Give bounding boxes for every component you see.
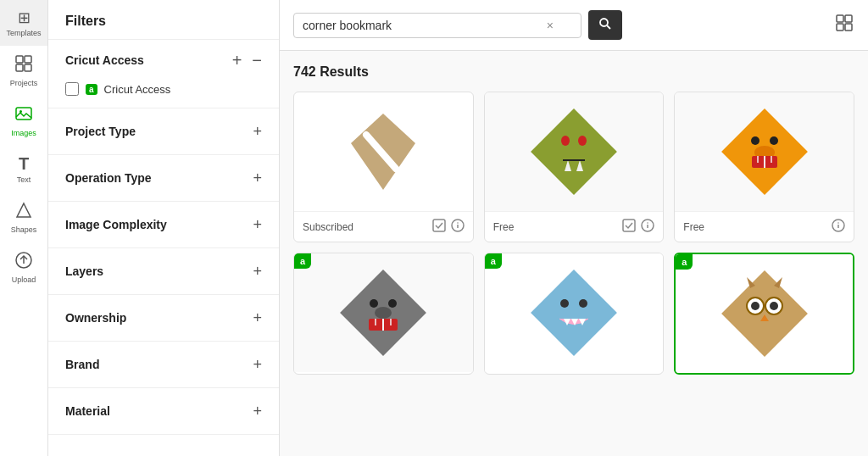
svg-rect-13	[845, 15, 852, 22]
svg-point-25	[578, 136, 587, 146]
cricut-access-plus-button[interactable]: +	[232, 52, 242, 69]
checkmark-icon[interactable]	[622, 219, 636, 235]
filter-section-image-complexity: Image Complexity +	[48, 202, 279, 248]
cricut-access-checkbox[interactable]	[65, 82, 79, 96]
svg-point-54	[579, 299, 587, 308]
filter-label: Material	[65, 404, 110, 418]
cricut-access-controls: + −	[232, 52, 262, 69]
filter-section-brand-header[interactable]: Brand +	[48, 342, 279, 387]
templates-icon: ⊞	[18, 8, 31, 27]
svg-point-34	[751, 136, 760, 145]
svg-point-46	[388, 299, 397, 308]
cricut-access-text: Cricut Access	[104, 83, 171, 96]
cricut-access-item: a Cricut Access	[48, 75, 279, 108]
card-footer-icons-1	[432, 219, 465, 235]
filter-section-image-complexity-header[interactable]: Image Complexity +	[48, 202, 279, 247]
cricut-access-minus-button[interactable]: −	[252, 52, 262, 69]
svg-point-22	[457, 222, 459, 224]
search-bar: ×	[280, 0, 868, 51]
filter-plus-icon: +	[253, 264, 262, 279]
filter-section-layers-header[interactable]: Layers +	[48, 248, 279, 294]
svg-point-35	[770, 136, 778, 145]
filter-label: Ownership	[65, 311, 126, 325]
results-area: 742 Results	[280, 51, 868, 456]
sidebar-item-images[interactable]: Images	[0, 96, 47, 146]
image-card-3[interactable]: Free	[674, 92, 854, 242]
card-footer-1: Subscribed	[294, 211, 473, 242]
filter-section-project-type-header[interactable]: Project Type +	[48, 108, 279, 154]
image-card-5[interactable]: a	[484, 253, 665, 375]
filters-title: Filters	[48, 0, 279, 40]
sidebar-item-label: Projects	[10, 79, 38, 87]
sidebar-item-upload[interactable]: Upload	[0, 242, 47, 292]
svg-point-62	[770, 302, 778, 310]
images-icon	[14, 104, 33, 127]
clear-icon[interactable]: ×	[547, 19, 554, 32]
svg-point-10	[600, 19, 608, 26]
cricut-badge: a	[86, 84, 97, 95]
shapes-icon	[14, 201, 33, 224]
filter-section-brand: Brand +	[48, 342, 279, 388]
filter-label: Image Complexity	[65, 218, 167, 231]
image-card-6[interactable]: a	[674, 253, 854, 375]
grid-toggle-button[interactable]	[834, 13, 854, 37]
projects-icon	[14, 54, 33, 77]
upload-icon	[14, 251, 33, 274]
sidebar-item-shapes[interactable]: Shapes	[0, 192, 47, 242]
svg-rect-29	[623, 220, 635, 231]
image-grid: Subscribed	[293, 92, 854, 375]
card-footer-2: Free	[485, 211, 664, 242]
svg-marker-6	[17, 203, 31, 217]
search-button[interactable]	[588, 10, 622, 40]
cricut-access-header: Cricut Access + −	[48, 40, 279, 75]
card-image-6: a	[676, 254, 853, 373]
svg-rect-58	[721, 270, 808, 357]
access-badge-6: a	[676, 254, 693, 270]
image-card-1[interactable]: Subscribed	[293, 92, 474, 242]
filter-section-project-type: Project Type +	[48, 108, 279, 155]
svg-point-43	[837, 222, 839, 224]
info-icon[interactable]	[451, 219, 465, 235]
filter-section-layers: Layers +	[48, 248, 279, 295]
filter-plus-icon: +	[253, 310, 262, 325]
filter-label: Layers	[65, 264, 103, 278]
svg-point-53	[560, 299, 569, 308]
sidebar-item-projects[interactable]: Projects	[0, 46, 47, 96]
card-image-3	[675, 92, 854, 211]
svg-rect-12	[837, 15, 843, 22]
svg-point-45	[370, 299, 378, 308]
svg-rect-14	[837, 24, 843, 31]
filter-plus-icon: +	[253, 170, 262, 186]
search-input-wrapper: ×	[293, 13, 581, 38]
checkmark-icon[interactable]	[432, 219, 446, 235]
filter-label: Brand	[65, 358, 99, 371]
card-footer-icons-2	[622, 219, 654, 235]
filter-section-ownership-header[interactable]: Ownership +	[48, 295, 279, 341]
sidebar-item-text[interactable]: T Text	[0, 146, 47, 192]
svg-point-24	[561, 136, 570, 146]
svg-rect-4	[16, 108, 31, 120]
sidebar-item-templates[interactable]: ⊞ Templates	[0, 0, 47, 46]
filter-section-operation-type: Operation Type +	[48, 155, 279, 202]
svg-point-47	[375, 307, 392, 319]
svg-rect-0	[16, 56, 23, 63]
svg-rect-3	[25, 64, 31, 71]
sidebar-item-label: Images	[11, 129, 36, 137]
image-card-2[interactable]: Free	[484, 92, 665, 242]
filter-section-operation-type-header[interactable]: Operation Type +	[48, 155, 279, 201]
filter-section-material-header[interactable]: Material +	[48, 388, 279, 434]
info-icon[interactable]	[832, 219, 845, 235]
svg-rect-23	[531, 108, 617, 195]
image-card-4[interactable]: a	[293, 253, 474, 375]
results-count: 742 Results	[293, 64, 854, 80]
filter-label: Operation Type	[65, 171, 152, 185]
info-icon[interactable]	[641, 219, 654, 235]
search-input[interactable]	[303, 19, 547, 32]
sidebar-nav: ⊞ Templates Projects Images T Text Shape…	[0, 0, 48, 456]
card-image-1	[294, 92, 473, 211]
card-footer-3: Free	[675, 211, 854, 242]
filter-plus-icon: +	[253, 217, 262, 232]
cricut-access-label: Cricut Access	[65, 53, 144, 67]
card-footer-label-2: Free	[493, 221, 515, 233]
sidebar-item-label: Templates	[6, 29, 41, 37]
